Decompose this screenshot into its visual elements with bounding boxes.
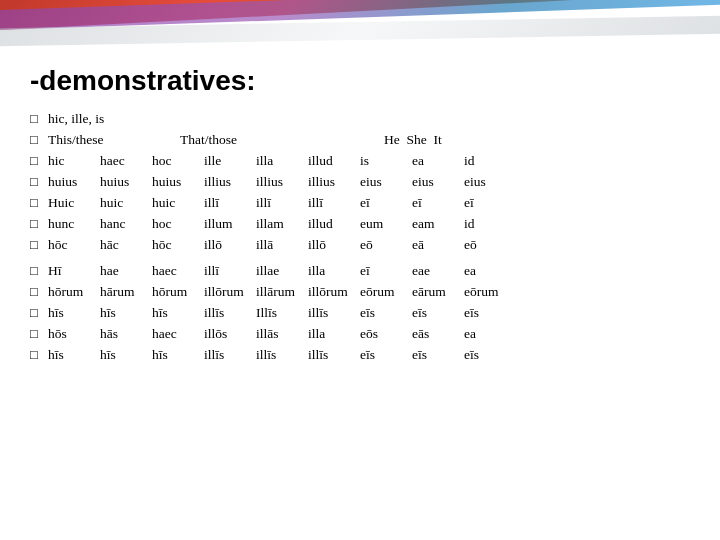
cell: illī: [204, 193, 256, 214]
bullet: □: [30, 193, 48, 213]
cell: hōrum: [48, 282, 100, 303]
table-row: □Huichuichuicillīillīillīeīeīeī: [30, 193, 710, 214]
cell: hās: [100, 324, 152, 345]
cell: ille: [204, 151, 256, 172]
cell: eius: [360, 172, 412, 193]
cell: id: [464, 214, 516, 235]
cell: This/these: [48, 130, 128, 151]
bullet: □: [30, 282, 48, 302]
cell: hāc: [100, 235, 152, 256]
bullet: □: [30, 324, 48, 344]
table-row: □Hīhaehaecillīillaeillaeīeaeea: [30, 261, 710, 282]
cell: eīs: [360, 303, 412, 324]
bullet: □: [30, 172, 48, 192]
cell: ea: [412, 151, 464, 172]
cell: hīs: [100, 345, 152, 366]
cell: haec: [152, 261, 204, 282]
cell: illa: [308, 324, 360, 345]
cell: huius: [100, 172, 152, 193]
cell: eās: [412, 324, 464, 345]
declension-table: □hic, ille, is □ This/these That/those H…: [30, 109, 710, 366]
cell: eam: [412, 214, 464, 235]
cell: eum: [360, 214, 412, 235]
table-row: □ This/these That/those He She It: [30, 130, 710, 151]
cell: haec: [152, 324, 204, 345]
cell: ea: [464, 261, 516, 282]
cell: illae: [256, 261, 308, 282]
cell: hōrum: [152, 282, 204, 303]
cell: illius: [256, 172, 308, 193]
cell: illum: [204, 214, 256, 235]
cell: eā: [412, 235, 464, 256]
cell: illius: [204, 172, 256, 193]
cell: eō: [464, 235, 516, 256]
cell: illam: [256, 214, 308, 235]
table-row: □hōshāshaecillōsillāsillaeōseāsea: [30, 324, 710, 345]
cell: huic: [152, 193, 204, 214]
cell: eī: [360, 193, 412, 214]
cell: eīs: [464, 345, 516, 366]
cell: eīs: [464, 303, 516, 324]
cell: eōrum: [464, 282, 516, 303]
cell: eārum: [412, 282, 464, 303]
cell: illī: [308, 193, 360, 214]
cell: Huic: [48, 193, 100, 214]
cell: eīs: [412, 303, 464, 324]
cell: huic: [100, 193, 152, 214]
cell: hīs: [48, 303, 100, 324]
cell: huius: [48, 172, 100, 193]
cell: illud: [308, 214, 360, 235]
cell: illō: [204, 235, 256, 256]
cell: is: [360, 151, 412, 172]
cell: illōs: [204, 324, 256, 345]
table-row: □huiushuiushuiusilliusilliusilliuseiusei…: [30, 172, 710, 193]
bullet: □: [30, 109, 48, 129]
cell: illīs: [308, 303, 360, 324]
cell: illārum: [256, 282, 308, 303]
cell: illīs: [204, 303, 256, 324]
bullet: □: [30, 303, 48, 323]
cell: eīs: [360, 345, 412, 366]
cell: hōs: [48, 324, 100, 345]
cell: haec: [100, 151, 152, 172]
cell: illa: [308, 261, 360, 282]
cell: eōrum: [360, 282, 412, 303]
cell: Illīs: [256, 303, 308, 324]
cell: hīs: [48, 345, 100, 366]
bullet: □: [30, 235, 48, 255]
cell: hoc: [152, 151, 204, 172]
cell: eō: [360, 235, 412, 256]
bullet: □: [30, 261, 48, 281]
cell: illīs: [308, 345, 360, 366]
cell: illī: [256, 193, 308, 214]
cell: illīs: [256, 345, 308, 366]
cell: hārum: [100, 282, 152, 303]
cell: eī: [360, 261, 412, 282]
cell: hic: [48, 151, 100, 172]
bullet: □: [30, 345, 48, 365]
cell: eī: [412, 193, 464, 214]
cell: eīs: [412, 345, 464, 366]
cell: hanc: [100, 214, 152, 235]
table-row: □hōchāchōcillōillāillōeōeāeō: [30, 235, 710, 256]
cell: hōc: [48, 235, 100, 256]
cell: illōrum: [204, 282, 256, 303]
bullet: □: [30, 214, 48, 234]
cell: eae: [412, 261, 464, 282]
cell: That/those: [180, 130, 260, 151]
cell: illīs: [204, 345, 256, 366]
cell: illōrum: [308, 282, 360, 303]
cell: illō: [308, 235, 360, 256]
bullet: □: [30, 130, 48, 150]
cell: hoc: [152, 214, 204, 235]
table-row: □hunchanchocillumillamilludeumeamid: [30, 214, 710, 235]
cell: Hī: [48, 261, 100, 282]
cell: illa: [256, 151, 308, 172]
content-area: -demonstratives: □hic, ille, is □ This/t…: [30, 65, 710, 530]
cell: He She It: [384, 130, 464, 151]
page-title: -demonstratives:: [30, 65, 710, 97]
table-row: □hīshīshīsillīsIllīsillīseīseīseīs: [30, 303, 710, 324]
cell: illā: [256, 235, 308, 256]
cell: eī: [464, 193, 516, 214]
cell: hae: [100, 261, 152, 282]
